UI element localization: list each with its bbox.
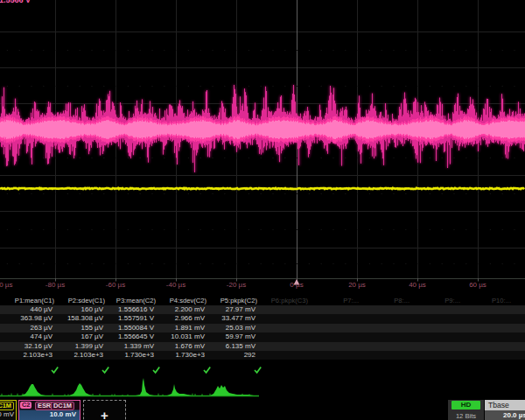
timebase-value: 20.0 µs/div: [485, 410, 525, 420]
add-trace-box[interactable]: +: [83, 400, 126, 420]
time-axis-label: -20 µs: [227, 281, 246, 289]
c1-trace: [0, 188, 524, 189]
histicon-shape: [69, 383, 93, 396]
waveform-grid: [0, 0, 525, 293]
status-check-icon: [153, 367, 159, 372]
time-axis: -100 µs-80 µs-60 µs-40 µs-20 µs0 µs20 µs…: [0, 281, 525, 291]
status-check-icon: [52, 367, 58, 372]
time-axis-label: 20 µs: [348, 281, 366, 289]
histicon-shape: [21, 384, 46, 396]
timebase-title: Tbase: [485, 400, 525, 410]
histicon-shape: [136, 378, 154, 396]
measurement-table[interactable]: P1:mean(C1)440 µV363.98 µV263 µV474 µV32…: [0, 296, 525, 378]
c2-coupling-badge: DC1M: [51, 402, 74, 410]
channel-c1-descriptor[interactable]: DC1M 500 mV: [0, 400, 17, 420]
histicon-shape: [167, 384, 192, 396]
c2-channel-badge: C2: [20, 402, 32, 409]
status-check-icon: [204, 367, 210, 372]
status-check-row: [0, 296, 525, 378]
cropped-overlay-label: 1.5566 V: [0, 0, 31, 4]
histicon-shape: [210, 385, 254, 396]
channel-c2-descriptor[interactable]: C2 ESR DC1M 10.0 mV: [18, 400, 80, 420]
time-axis-label: -80 µs: [46, 281, 65, 289]
descriptor-bar: DC1M 500 mV C2 ESR DC1M 10.0 mV + HD 12 …: [0, 400, 525, 420]
status-check-icon: [255, 367, 261, 372]
status-check-icon: [102, 367, 108, 372]
measurement-histicons: [0, 374, 525, 400]
timebase-descriptor[interactable]: Tbase 20.0 µs/div: [485, 400, 525, 420]
hd-badge: HD: [452, 401, 480, 410]
hd-bits-label: 12 Bits: [448, 412, 484, 420]
c1-coupling-badge: DC1M: [0, 402, 14, 410]
c2-volts-per-div: 10.0 mV: [50, 410, 76, 418]
hd-mode-indicator[interactable]: HD 12 Bits: [448, 400, 484, 420]
time-axis-label: -40 µs: [166, 281, 186, 289]
c1-volts-per-div: 500 mV: [0, 410, 14, 418]
time-axis-label: 40 µs: [409, 281, 426, 289]
add-trace-plus-icon: +: [101, 411, 108, 420]
grid-minor-dots: [7, 51, 515, 264]
time-axis-label: 0 µs: [290, 281, 303, 289]
time-axis-label: -60 µs: [106, 281, 125, 289]
time-axis-label: -100 µs: [0, 281, 12, 289]
time-axis-label: 60 µs: [469, 281, 486, 289]
oscilloscope-screen: 1.5566 V -100 µs-80 µs-60 µs-40 µs-20 µs…: [0, 0, 525, 420]
